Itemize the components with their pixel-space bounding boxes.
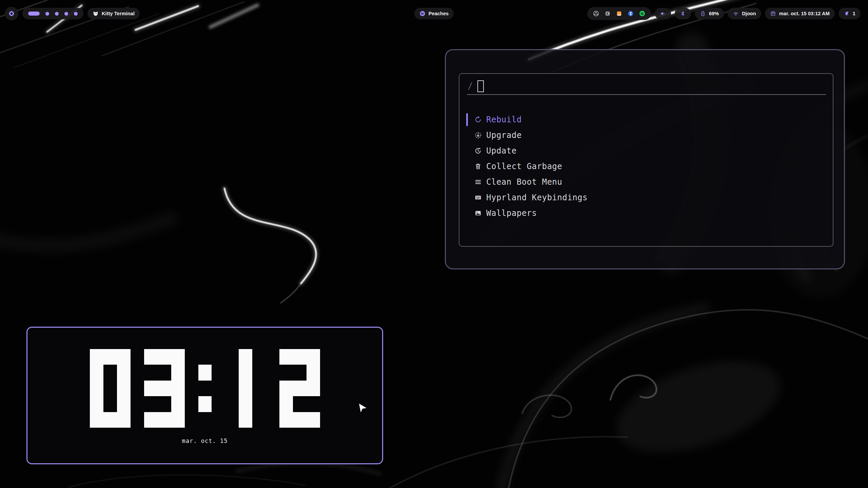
menu-item-rebuild[interactable]: Rebuild xyxy=(459,112,833,127)
menu-item-hyprland-keybindings[interactable]: Hyprland Keybindings xyxy=(459,190,833,205)
menu-item-wallpapers[interactable]: Wallpapers xyxy=(459,205,833,221)
datetime-pill[interactable]: mar. oct. 15 03:12 AM xyxy=(765,8,835,19)
selection-indicator xyxy=(466,113,468,126)
keyboard-icon xyxy=(474,194,482,201)
top-bar: Kitty Terminal Peaches xyxy=(0,7,868,20)
launcher-listbox: / RebuildUpgradeUpdateCollect GarbageCle… xyxy=(459,73,833,247)
media-player-pill[interactable]: Peaches xyxy=(414,8,454,19)
wifi-icon xyxy=(733,11,739,17)
media-title: Peaches xyxy=(429,11,449,16)
notification-count: 1 xyxy=(853,11,855,16)
menu-item-label: Hyprland Keybindings xyxy=(486,193,588,202)
workspace-dot-3[interactable] xyxy=(55,12,59,16)
clock-time xyxy=(27,349,382,428)
speaker-icon xyxy=(660,11,666,17)
menu-item-update[interactable]: Update xyxy=(459,143,833,159)
menu-item-label: Rebuild xyxy=(486,115,522,124)
clock-digit-2 xyxy=(279,349,320,428)
list-icon xyxy=(474,178,482,186)
calendar-icon xyxy=(770,11,776,17)
workspace-dot-1[interactable] xyxy=(28,12,40,16)
bar-right-group: 69% Djoon mar. oct. 15 xyxy=(587,7,861,20)
network-pill[interactable]: Djoon xyxy=(728,8,761,19)
search-prompt: / xyxy=(468,81,473,91)
bar-left-group: Kitty Terminal xyxy=(5,7,140,20)
workspace-dot-4[interactable] xyxy=(64,12,68,16)
system-tray[interactable] xyxy=(587,7,651,20)
launcher-panel: / RebuildUpgradeUpdateCollect GarbageCle… xyxy=(445,49,845,269)
volume-pill[interactable] xyxy=(655,8,671,19)
menu-item-collect-garbage[interactable]: Collect Garbage xyxy=(459,159,833,174)
tray-icon-bluetooth[interactable] xyxy=(627,10,634,17)
tray-icon-files[interactable] xyxy=(616,10,623,17)
datetime-label: mar. oct. 15 03:12 AM xyxy=(779,11,830,16)
battery-level: 69% xyxy=(709,11,719,16)
tray-icon-spotify[interactable] xyxy=(639,10,646,17)
menu-item-label: Collect Garbage xyxy=(486,162,562,171)
menu-item-label: Update xyxy=(486,146,517,156)
launcher-button[interactable] xyxy=(5,7,18,20)
clock-digit-0 xyxy=(90,349,131,428)
clock-date: mar. oct. 15 xyxy=(27,438,382,444)
bluetooth-pill[interactable] xyxy=(675,8,691,19)
workspace-dot-2[interactable] xyxy=(45,12,49,16)
workspace-dot-5[interactable] xyxy=(74,12,78,16)
flower-icon xyxy=(8,11,15,17)
notifications-pill[interactable]: 1 xyxy=(839,8,861,19)
battery-pill[interactable]: 69% xyxy=(695,8,724,19)
image-icon xyxy=(474,209,482,217)
active-window-pill[interactable]: Kitty Terminal xyxy=(87,8,140,19)
rebuild-icon xyxy=(474,116,482,123)
workspace-indicator[interactable] xyxy=(22,8,83,19)
cat-icon xyxy=(93,11,99,17)
menu-item-label: Wallpapers xyxy=(486,208,537,218)
search-separator xyxy=(467,94,826,95)
clock-digit-1 xyxy=(225,349,266,428)
search-row[interactable]: / xyxy=(468,79,484,94)
active-window-title: Kitty Terminal xyxy=(102,11,135,16)
clock-colon xyxy=(198,349,212,428)
menu-item-label: Upgrade xyxy=(486,130,522,140)
bluetooth-icon xyxy=(680,11,686,17)
clock-digit-3 xyxy=(144,349,185,428)
text-cursor xyxy=(477,80,484,92)
network-ssid: Djoon xyxy=(742,11,756,16)
spotify-icon xyxy=(419,11,426,17)
menu-item-clean-boot-menu[interactable]: Clean Boot Menu xyxy=(459,174,833,190)
upgrade-icon xyxy=(474,131,482,139)
tray-icon-keepassxc[interactable] xyxy=(604,10,611,17)
menu-item-label: Clean Boot Menu xyxy=(486,177,562,187)
launcher-menu: RebuildUpgradeUpdateCollect GarbageClean… xyxy=(459,112,833,221)
clock-widget: mar. oct. 15 xyxy=(26,327,383,464)
battery-icon xyxy=(700,11,706,17)
menu-item-upgrade[interactable]: Upgrade xyxy=(459,127,833,143)
trash-icon xyxy=(474,163,482,170)
mouse-cursor xyxy=(359,403,368,415)
tray-icon-obs[interactable] xyxy=(593,10,599,17)
update-icon xyxy=(474,147,482,155)
bell-icon xyxy=(844,11,850,17)
